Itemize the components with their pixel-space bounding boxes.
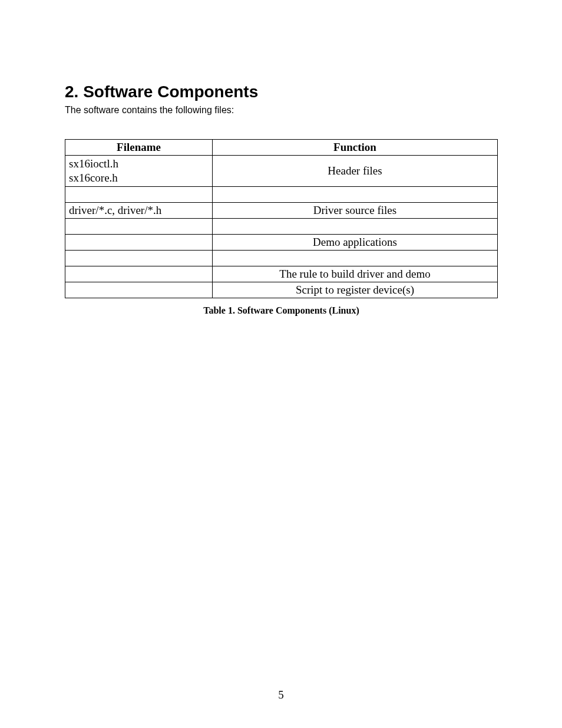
- cell-filename: [65, 282, 213, 298]
- filename-line: sx16ioctl.h: [69, 157, 118, 170]
- cell-function: Script to register device(s): [213, 282, 498, 298]
- cell-function: Header files: [213, 156, 498, 187]
- table-row: The rule to build driver and demo: [65, 266, 498, 282]
- table-caption: Table 1. Software Components (Linux): [65, 305, 498, 316]
- cell-filename: [65, 186, 213, 202]
- section-heading: 2. Software Components: [65, 83, 498, 101]
- cell-filename: [65, 218, 213, 234]
- table-header-row: Filename Function: [65, 140, 498, 156]
- table-row: [65, 250, 498, 266]
- cell-function: The rule to build driver and demo: [213, 266, 498, 282]
- filename-line: sx16core.h: [69, 172, 118, 184]
- col-header-filename: Filename: [65, 140, 213, 156]
- table-row: Demo applications: [65, 234, 498, 250]
- cell-function: [213, 186, 498, 202]
- cell-filename: [65, 234, 213, 250]
- table-row: [65, 218, 498, 234]
- cell-filename: [65, 266, 213, 282]
- table-row: driver/*.c, driver/*.hDriver source file…: [65, 202, 498, 218]
- table-body: sx16ioctl.hsx16core.hHeader files driver…: [65, 156, 498, 298]
- intro-paragraph: The software contains the following file…: [65, 105, 498, 116]
- cell-filename: sx16ioctl.hsx16core.h: [65, 156, 213, 187]
- page-number: 5: [0, 689, 562, 701]
- cell-function: Driver source files: [213, 202, 498, 218]
- cell-function: [213, 250, 498, 266]
- cell-filename: [65, 250, 213, 266]
- table-row: sx16ioctl.hsx16core.hHeader files: [65, 156, 498, 187]
- cell-function: Demo applications: [213, 234, 498, 250]
- software-components-table: Filename Function sx16ioctl.hsx16core.hH…: [65, 139, 498, 298]
- table-row: [65, 186, 498, 202]
- page-content: 2. Software Components The software cont…: [65, 83, 498, 316]
- cell-filename: driver/*.c, driver/*.h: [65, 202, 213, 218]
- cell-function: [213, 218, 498, 234]
- col-header-function: Function: [213, 140, 498, 156]
- table-row: Script to register device(s): [65, 282, 498, 298]
